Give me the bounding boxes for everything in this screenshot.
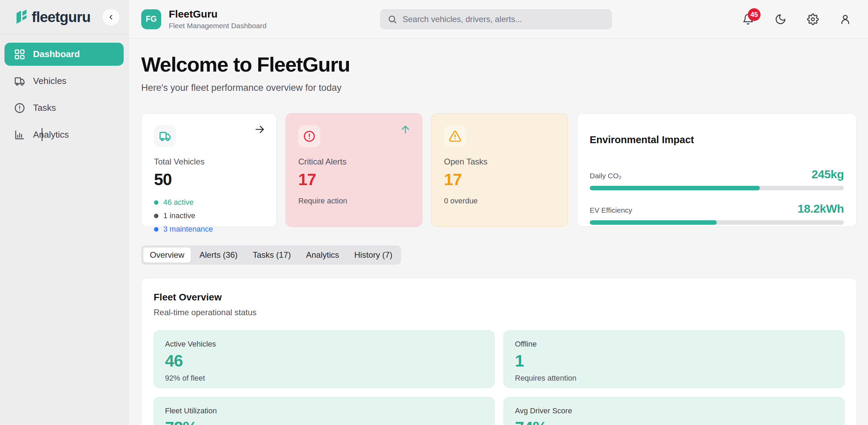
search-bar[interactable]	[380, 9, 612, 29]
warning-triangle-icon	[448, 130, 462, 143]
metric-label: Daily CO₂	[590, 172, 621, 180]
app-brand: FG FleetGuru Fleet Management Dashboard	[141, 8, 267, 30]
stat-label: Critical Alerts	[298, 157, 410, 167]
arrow-up-icon	[400, 124, 411, 135]
grid-icon	[14, 49, 25, 60]
tile-value: 1	[515, 351, 833, 370]
notification-badge: 45	[748, 8, 761, 21]
breakdown-label: 46 active	[163, 198, 194, 207]
env-metric-ev: EV Efficiency 18.2kWh	[590, 202, 844, 225]
stat-icon-chip	[444, 125, 466, 147]
panel-subtitle: Real-time operational status	[154, 308, 845, 317]
stat-value: 50	[154, 170, 264, 189]
tab-bar: Overview Alerts (36) Tasks (17) Analytic…	[141, 245, 401, 265]
sidebar-item-analytics[interactable]: Analytics	[4, 123, 124, 146]
sidebar-item-vehicles[interactable]: Vehicles	[4, 70, 124, 93]
breakdown-label: 3 maintenance	[163, 225, 213, 234]
co2-progress-fill	[590, 186, 760, 190]
sidebar-item-label: Vehicles	[33, 76, 66, 86]
stat-icon-chip	[298, 125, 320, 147]
tile-label: Active Vehicles	[165, 340, 483, 349]
app-title: FleetGuru	[169, 8, 267, 20]
dark-mode-button[interactable]	[773, 12, 788, 27]
user-icon	[839, 13, 851, 25]
topbar-actions: 45	[741, 12, 853, 27]
sidebar-item-tasks[interactable]: Tasks	[4, 96, 124, 119]
arrow-right-icon	[254, 124, 265, 135]
critical-alerts-card[interactable]: Critical Alerts 17 Require action	[286, 113, 422, 227]
ev-progress-track	[590, 220, 844, 225]
tile-label: Avg Driver Score	[515, 406, 833, 415]
sidebar-item-label: Dashboard	[33, 49, 80, 60]
breakdown-inactive: 1 inactive	[154, 211, 264, 220]
tile-label: Fleet Utilization	[165, 406, 483, 415]
sidebar-item-label: Analytics	[33, 129, 69, 140]
vehicle-breakdown: 46 active 1 inactive 3 maintenance	[154, 198, 264, 234]
alert-circle-icon	[303, 130, 316, 143]
env-metric-co2: Daily CO₂ 245kg	[590, 168, 844, 190]
sidebar-item-label: Tasks	[33, 103, 56, 113]
stat-value: 17	[444, 170, 555, 189]
logo[interactable]: fleetguru	[12, 9, 102, 25]
logo-text: fleetguru	[32, 9, 91, 25]
truck-icon	[14, 75, 25, 87]
search-input[interactable]	[403, 14, 604, 24]
status-dot	[154, 227, 158, 232]
tab-overview[interactable]: Overview	[143, 247, 191, 263]
fleet-utilization-tile: Fleet Utilization 78%	[154, 397, 495, 425]
bar-chart-icon	[14, 129, 25, 141]
metric-label: EV Efficiency	[590, 206, 632, 214]
panel-title: Fleet Overview	[154, 292, 845, 303]
tab-analytics[interactable]: Analytics	[299, 247, 346, 263]
status-dot	[154, 214, 158, 218]
topbar: FG FleetGuru Fleet Management Dashboard …	[128, 0, 868, 39]
search-icon	[388, 14, 397, 24]
trend-indicator	[400, 124, 411, 136]
page-subtitle: Here's your fleet performance overview f…	[141, 83, 857, 93]
tile-caption: 92% of fleet	[165, 374, 483, 383]
env-metrics: Daily CO₂ 245kg EV Efficiency 18.2kWh	[590, 168, 844, 225]
tile-value: 78%	[165, 418, 483, 425]
tab-tasks[interactable]: Tasks (17)	[246, 247, 298, 263]
active-vehicles-tile: Active Vehicles 46 92% of fleet	[154, 330, 495, 388]
fleetguru-logo-icon	[12, 9, 28, 25]
stat-caption: 0 overdue	[444, 196, 555, 205]
card-link[interactable]	[254, 124, 265, 136]
settings-button[interactable]	[805, 12, 820, 27]
status-dot	[154, 200, 158, 205]
moon-icon	[775, 13, 786, 25]
fleet-overview-panel: Fleet Overview Real-time operational sta…	[141, 278, 857, 425]
main-area: FG FleetGuru Fleet Management Dashboard …	[128, 0, 868, 425]
co2-progress-track	[590, 186, 844, 190]
stat-caption: Require action	[298, 196, 410, 205]
ev-progress-fill	[590, 220, 717, 225]
sidebar-item-dashboard[interactable]: Dashboard	[4, 43, 124, 66]
stat-label: Open Tasks	[444, 157, 555, 167]
sidebar-nav: Dashboard Vehicles Tasks Analytics	[0, 34, 128, 155]
stat-value: 17	[298, 170, 410, 189]
tile-caption: Requires attention	[515, 374, 833, 383]
page-title: Welcome to FleetGuru	[141, 53, 857, 76]
tab-alerts[interactable]: Alerts (36)	[193, 247, 245, 263]
tab-history[interactable]: History (7)	[347, 247, 399, 263]
tile-value: 74%	[515, 418, 833, 425]
stat-icon-chip	[154, 125, 176, 147]
notifications-button[interactable]: 45	[741, 12, 756, 27]
chevron-left-icon	[107, 13, 115, 21]
total-vehicles-card[interactable]: Total Vehicles 50 46 active 1 inactive	[141, 113, 277, 227]
alert-circle-icon	[14, 102, 25, 114]
env-card-title: Environmental Impact	[590, 134, 844, 146]
truck-icon	[158, 130, 172, 143]
user-menu-button[interactable]	[838, 12, 853, 27]
fleet-overview-grid: Active Vehicles 46 92% of fleet Offline …	[154, 330, 845, 425]
breakdown-active: 46 active	[154, 198, 264, 207]
stat-label: Total Vehicles	[154, 157, 264, 167]
offline-tile: Offline 1 Requires attention	[504, 330, 845, 388]
sidebar: fleetguru Dashboard Vehicles	[0, 0, 128, 425]
tile-label: Offline	[515, 340, 833, 349]
page-content: Welcome to FleetGuru Here's your fleet p…	[128, 39, 868, 425]
open-tasks-card[interactable]: Open Tasks 17 0 overdue	[431, 113, 568, 227]
gear-icon	[807, 13, 819, 25]
sidebar-collapse-button[interactable]	[102, 8, 120, 26]
breakdown-maintenance: 3 maintenance	[154, 225, 264, 234]
